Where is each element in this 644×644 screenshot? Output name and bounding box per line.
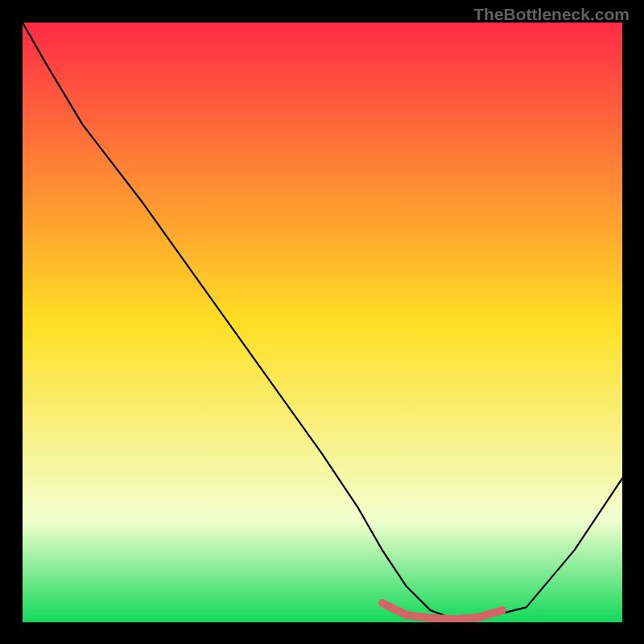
gradient-bg (23, 23, 622, 622)
plot-area (23, 23, 622, 622)
watermark-text: TheBottleneck.com (473, 5, 630, 24)
chart-container: TheBottleneck.com (0, 0, 644, 644)
chart-svg (23, 23, 622, 622)
